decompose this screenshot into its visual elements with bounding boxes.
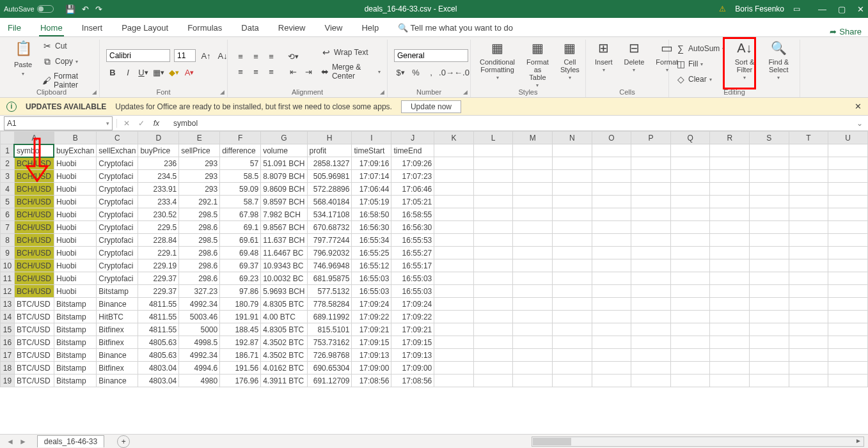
fx-icon[interactable]: fx [154, 119, 159, 128]
cell[interactable] [513, 221, 553, 234]
cell[interactable] [631, 183, 671, 196]
cell[interactable] [592, 234, 631, 247]
cell[interactable] [750, 170, 789, 183]
cell[interactable]: 293 [179, 183, 220, 196]
cell[interactable]: 17:09:22 [352, 311, 391, 323]
cell[interactable] [670, 247, 710, 259]
cell[interactable]: 17:09:15 [391, 336, 434, 349]
minimize-button[interactable]: — [818, 4, 826, 14]
cell[interactable]: profit [307, 144, 352, 157]
cell[interactable]: 17:06:46 [391, 183, 434, 196]
align-top-icon[interactable]: ≡ [234, 50, 247, 63]
cell[interactable]: Huobi [54, 221, 96, 234]
cell[interactable] [631, 259, 671, 272]
cell[interactable]: 16:58:55 [391, 208, 434, 221]
cell[interactable]: BCH/USD [14, 272, 54, 285]
cell[interactable] [828, 157, 868, 170]
cell[interactable] [828, 221, 868, 234]
cell[interactable] [631, 285, 671, 298]
cell[interactable]: 753.73162 [307, 336, 352, 349]
tab-help[interactable]: Help [360, 20, 380, 36]
spreadsheet-grid[interactable]: ABCDEFGHIJKLMNOPQRSTU1symbolbuyExchansel… [0, 131, 868, 434]
column-header[interactable]: C [97, 132, 138, 144]
cell[interactable] [473, 285, 513, 298]
cell[interactable]: 689.11992 [307, 311, 352, 323]
cell[interactable] [750, 208, 789, 221]
cell[interactable] [710, 247, 750, 259]
cell[interactable] [592, 208, 631, 221]
cell[interactable] [592, 196, 631, 208]
horizontal-scrollbar[interactable]: ◄ ► [532, 436, 864, 447]
cell[interactable] [473, 298, 513, 311]
cell[interactable] [750, 362, 789, 375]
tell-me[interactable]: 🔍 Tell me what you want to do [397, 20, 514, 36]
row-header[interactable]: 19 [1, 375, 15, 387]
row-header[interactable]: 15 [1, 323, 15, 336]
close-button[interactable]: ✕ [857, 4, 864, 14]
underline-button[interactable]: U▾ [137, 66, 150, 79]
cell[interactable] [592, 157, 631, 170]
cell[interactable]: 796.92032 [307, 247, 352, 259]
cell[interactable] [710, 375, 750, 387]
cell[interactable] [553, 349, 592, 362]
cell[interactable]: 534.17108 [307, 208, 352, 221]
percent-icon[interactable]: % [409, 66, 422, 79]
row-header[interactable]: 5 [1, 196, 15, 208]
cell[interactable]: Huobi [54, 170, 96, 183]
cell[interactable]: 17:07:23 [391, 170, 434, 183]
cell[interactable] [434, 208, 474, 221]
column-header[interactable]: R [710, 132, 750, 144]
cell[interactable]: 4992.34 [179, 298, 220, 311]
cell[interactable] [710, 196, 750, 208]
cell[interactable] [710, 144, 750, 157]
maximize-button[interactable]: ▢ [838, 4, 846, 14]
cell[interactable]: sellPrice [179, 144, 220, 157]
cell[interactable] [828, 349, 868, 362]
cell[interactable]: 17:09:00 [352, 362, 391, 375]
cell[interactable]: Cryptofaci [97, 259, 138, 272]
cell[interactable]: 4811.55 [138, 298, 179, 311]
cell[interactable]: 505.96981 [307, 170, 352, 183]
cell[interactable] [473, 323, 513, 336]
align-bottom-icon[interactable]: ≡ [265, 50, 278, 63]
enter-formula-icon[interactable]: ✓ [138, 119, 145, 128]
cell[interactable] [473, 208, 513, 221]
cell[interactable] [592, 362, 631, 375]
cell[interactable] [670, 234, 710, 247]
cell[interactable]: 176.96 [220, 375, 261, 387]
column-header[interactable]: A [14, 132, 54, 144]
cell[interactable] [473, 362, 513, 375]
save-icon[interactable]: 💾 [65, 4, 75, 14]
cell[interactable] [670, 285, 710, 298]
fill-color-button[interactable]: ◆▾ [168, 66, 180, 79]
cell[interactable]: 17:07:14 [352, 170, 391, 183]
cell[interactable] [750, 285, 789, 298]
cell[interactable]: Binance [97, 349, 138, 362]
cell[interactable]: buyExchan [54, 144, 96, 157]
cell[interactable]: Binance [97, 375, 138, 387]
cell[interactable]: 298.5 [179, 234, 220, 247]
sheet-nav-prev[interactable]: ◄ [6, 437, 14, 446]
cell[interactable]: 228.84 [138, 234, 179, 247]
cancel-formula-icon[interactable]: ✕ [123, 119, 130, 128]
cell[interactable]: timeStart [352, 144, 391, 157]
cell[interactable] [670, 221, 710, 234]
cell[interactable] [553, 234, 592, 247]
cell[interactable] [670, 375, 710, 387]
cell[interactable]: 5003.46 [179, 311, 220, 323]
cell[interactable] [828, 285, 868, 298]
row-header[interactable]: 1 [1, 144, 15, 157]
cell[interactable] [750, 144, 789, 157]
cell[interactable]: 58.7 [220, 196, 261, 208]
cell[interactable] [592, 247, 631, 259]
cell[interactable] [670, 183, 710, 196]
cell[interactable]: 10.0032 BC [261, 272, 307, 285]
cell[interactable] [513, 311, 553, 323]
cell[interactable] [553, 170, 592, 183]
cell[interactable] [473, 221, 513, 234]
cell[interactable] [670, 144, 710, 157]
cell[interactable] [710, 170, 750, 183]
cell[interactable] [553, 157, 592, 170]
cell[interactable] [750, 298, 789, 311]
cell[interactable] [670, 196, 710, 208]
